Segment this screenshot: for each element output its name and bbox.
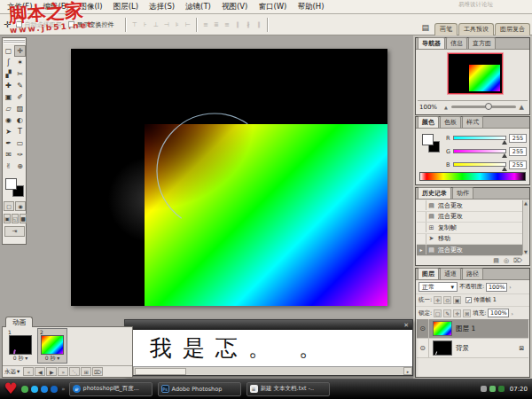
foreground-color-swatch[interactable] bbox=[422, 134, 434, 145]
unify-button[interactable]: ✛ bbox=[434, 296, 442, 304]
type-tool[interactable]: T bbox=[14, 126, 26, 137]
menu-item[interactable]: 文件(F) bbox=[2, 0, 38, 14]
layer-row-layer1[interactable]: ⊙ 图层 1 bbox=[417, 319, 528, 339]
tray-icon[interactable] bbox=[489, 386, 496, 392]
eye-icon[interactable]: ⊙ bbox=[417, 319, 429, 338]
frame-1[interactable]: 1 0 秒 ▾ bbox=[6, 329, 35, 363]
eye-icon[interactable]: ⊙ bbox=[417, 339, 429, 357]
animation-control-button[interactable]: ▶ bbox=[46, 367, 57, 376]
align-icon[interactable]: ⊦ bbox=[141, 21, 149, 28]
fill-field[interactable]: 100% bbox=[488, 309, 509, 317]
overflow-chevron-icon[interactable]: » bbox=[61, 386, 65, 393]
notes-tool[interactable]: ✉ bbox=[3, 149, 14, 160]
menu-item[interactable]: 选择(S) bbox=[144, 0, 180, 14]
dodge-tool[interactable]: ◐ bbox=[14, 114, 26, 126]
scroll-up-icon[interactable]: ▲ bbox=[524, 200, 528, 206]
history-source-well[interactable] bbox=[417, 200, 426, 210]
align-icon[interactable]: ⊥ bbox=[152, 21, 160, 28]
align-icon[interactable]: ⊣ bbox=[162, 21, 170, 28]
panel-tab[interactable]: 色板 bbox=[440, 116, 461, 128]
screen-mode-button[interactable]: ▣ bbox=[4, 214, 11, 223]
history-step[interactable]: ➤ 移动 bbox=[417, 234, 522, 246]
file-browser-icon[interactable]: ▤ bbox=[421, 23, 429, 32]
slider-thumb-icon[interactable] bbox=[502, 167, 507, 171]
layer-thumbnail[interactable] bbox=[433, 321, 452, 336]
panel-tab[interactable]: 信息 bbox=[446, 37, 467, 49]
color-spectrum-ramp[interactable] bbox=[419, 172, 526, 181]
tray-icon[interactable] bbox=[481, 386, 487, 392]
menu-item[interactable]: 视图(V) bbox=[216, 0, 253, 14]
layer-row-background[interactable]: ⊙ 背景 ⊠ bbox=[417, 339, 528, 358]
frame-delay[interactable]: 0 秒 ▾ bbox=[6, 355, 35, 363]
animation-control-button[interactable]: ⌦ bbox=[92, 367, 103, 376]
panel-tab[interactable]: 历史记录 bbox=[418, 187, 451, 199]
slider-thumb-icon[interactable] bbox=[502, 153, 507, 158]
animation-control-button[interactable]: » bbox=[58, 367, 68, 376]
navigator-proxy-preview[interactable] bbox=[448, 53, 503, 94]
distribute-icon[interactable]: ≡ bbox=[223, 21, 231, 28]
taskbar-button[interactable]: e photoshop吧_百度... bbox=[69, 382, 153, 396]
channel-slider[interactable] bbox=[453, 136, 506, 140]
rectangular-marquee-tool[interactable]: ▢ bbox=[3, 45, 14, 57]
shape-tool[interactable]: ▭ bbox=[14, 137, 26, 149]
brush-tool[interactable]: ✎ bbox=[14, 80, 26, 91]
history-step[interactable]: ▤ 混合更改 bbox=[417, 212, 522, 223]
quicklaunch-icon[interactable] bbox=[31, 386, 38, 393]
menu-item[interactable]: 滤镜(T) bbox=[180, 0, 216, 14]
imageready-button[interactable]: ⇥ bbox=[4, 226, 25, 237]
lock-button[interactable]: ✎ bbox=[443, 309, 451, 317]
layer-thumbnail[interactable] bbox=[433, 340, 452, 356]
pen-tool[interactable]: ✒ bbox=[3, 137, 14, 149]
align-icon[interactable]: ⊧ bbox=[173, 21, 181, 28]
lock-button[interactable]: ✛ bbox=[453, 309, 461, 317]
animation-control-button[interactable]: « bbox=[23, 367, 34, 376]
hand-tool[interactable]: ✌ bbox=[3, 160, 14, 172]
frame-2[interactable]: 2 0 秒 ▾ bbox=[38, 329, 66, 363]
history-footer-button[interactable]: ⌦ bbox=[513, 257, 522, 264]
opacity-field[interactable]: 100% bbox=[486, 283, 507, 292]
tray-icon[interactable] bbox=[498, 386, 505, 392]
healing-brush-tool[interactable]: ✚ bbox=[3, 80, 14, 91]
distribute-icon[interactable]: ∥ bbox=[233, 21, 241, 28]
auto-select-checkbox[interactable]: 自动选择图层 bbox=[16, 20, 61, 29]
palette-well-tab[interactable]: 工具预设 bbox=[458, 23, 494, 35]
notepad-titlebar[interactable]: ✕ bbox=[125, 320, 412, 330]
zoom-slider-thumb[interactable] bbox=[485, 103, 492, 110]
loop-dropdown[interactable]: 永远▾ bbox=[4, 368, 20, 376]
zoom-level[interactable]: 100% bbox=[419, 104, 442, 111]
palette-grip[interactable] bbox=[4, 39, 25, 43]
distribute-icon[interactable]: ≡ bbox=[201, 21, 209, 28]
quicklaunch-icon[interactable] bbox=[51, 386, 58, 393]
unify-button[interactable]: ⊙ bbox=[443, 296, 451, 304]
zoom-slider[interactable] bbox=[451, 106, 516, 108]
eraser-tool[interactable]: ▱ bbox=[3, 103, 14, 114]
zoom-out-icon[interactable]: ▲ bbox=[444, 105, 448, 110]
magic-wand-tool[interactable]: ✶ bbox=[14, 57, 26, 68]
distribute-icon[interactable]: ∥ bbox=[254, 21, 262, 28]
menu-item[interactable]: 编辑(E) bbox=[38, 0, 74, 14]
crop-tool[interactable]: ▞ bbox=[3, 68, 14, 80]
scroll-right-icon[interactable]: ▸ bbox=[403, 367, 412, 375]
notepad-text[interactable]: 我是忑。 。 bbox=[125, 330, 412, 366]
panel-tab[interactable]: 通道 bbox=[440, 268, 461, 279]
history-brush-tool[interactable]: ✐ bbox=[14, 91, 26, 103]
animation-control-button[interactable]: ⋱ bbox=[69, 367, 80, 376]
slider-thumb-icon[interactable] bbox=[502, 140, 507, 145]
channel-slider[interactable] bbox=[453, 149, 506, 153]
panel-tab[interactable]: 直方图 bbox=[468, 37, 496, 49]
distribute-icon[interactable]: ∦ bbox=[244, 21, 252, 28]
zoom-in-icon[interactable]: ▲ bbox=[520, 104, 524, 111]
menu-item[interactable]: 图像(I) bbox=[74, 0, 108, 14]
eyedropper-tool[interactable]: ✑ bbox=[14, 149, 26, 160]
menu-item[interactable]: 帮助(H) bbox=[292, 0, 329, 14]
foreground-color-swatch[interactable] bbox=[5, 178, 17, 190]
animation-control-button[interactable]: ⊞ bbox=[81, 367, 91, 376]
panel-tab[interactable]: 路径 bbox=[462, 268, 483, 279]
opacity-spinner-icon[interactable]: › bbox=[509, 284, 511, 290]
taskbar-button[interactable]: ≡ 新建 文本文档.txt -.. bbox=[246, 382, 330, 396]
clone-stamp-tool[interactable]: ▣ bbox=[3, 91, 14, 103]
palette-well-tab[interactable]: 画笔 bbox=[434, 23, 458, 35]
show-transform-checkbox[interactable]: 显示变换控件 bbox=[68, 20, 113, 29]
screen-mode-button[interactable]: ◱ bbox=[12, 214, 19, 223]
blend-mode-dropdown[interactable]: 正常▾ bbox=[419, 282, 458, 292]
